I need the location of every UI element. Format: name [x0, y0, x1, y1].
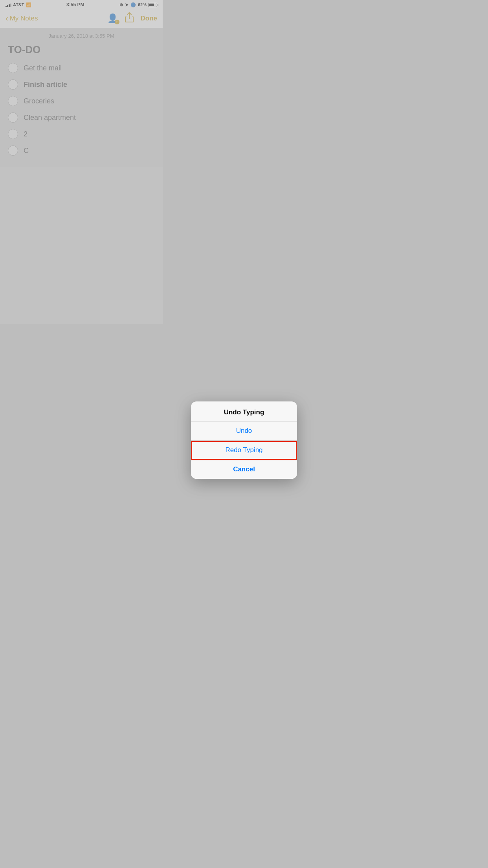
dialog-overlay — [0, 0, 163, 324]
